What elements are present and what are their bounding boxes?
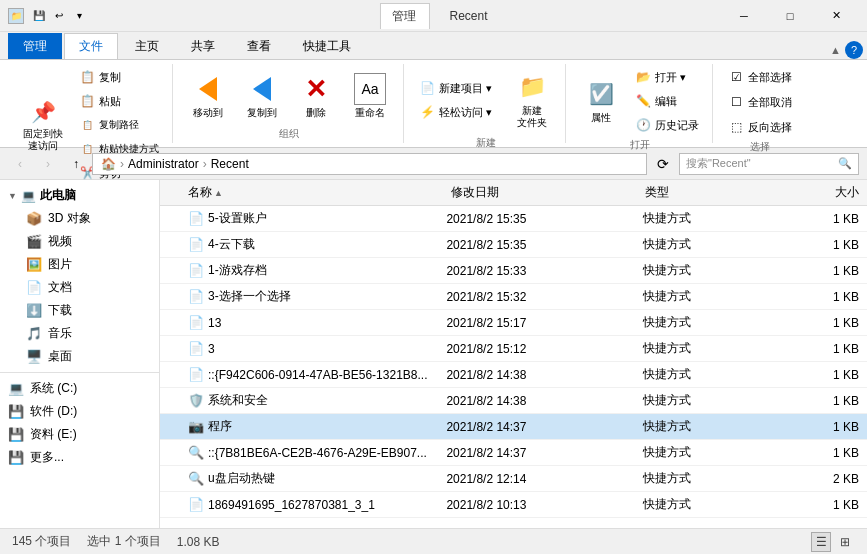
sidebar-drive-e-label: 资料 (E:) bbox=[30, 426, 77, 443]
invert-selection-button[interactable]: ⬚ 反向选择 bbox=[723, 116, 797, 138]
table-row[interactable]: 📄 1869491695_1627870381_3_1 2021/8/2 10:… bbox=[160, 492, 867, 518]
tab-home[interactable]: 主页 bbox=[120, 33, 174, 59]
sidebar-desktop-label: 桌面 bbox=[48, 348, 72, 365]
col-date-header[interactable]: 修改日期 bbox=[443, 180, 637, 205]
new-item-button[interactable]: 📄 新建项目 ▾ bbox=[414, 77, 497, 99]
home-icon: 🏠 bbox=[101, 157, 116, 171]
qa-dropdown-btn[interactable]: ▾ bbox=[70, 7, 88, 25]
sidebar-item-drive-c[interactable]: 💻 系统 (C:) bbox=[0, 377, 159, 400]
manage-tab-title[interactable]: 管理 bbox=[379, 3, 429, 29]
sidebar-item-downloads[interactable]: ⬇️ 下载 bbox=[0, 299, 159, 322]
move-to-button[interactable]: 移动到 bbox=[183, 68, 233, 124]
history-button[interactable]: 🕐 历史记录 bbox=[630, 114, 704, 136]
file-size: 1 KB bbox=[833, 238, 859, 252]
col-type-header[interactable]: 类型 bbox=[637, 180, 772, 205]
sidebar-item-drive-e[interactable]: 💾 资料 (E:) bbox=[0, 423, 159, 446]
ribbon-group-clipboard: 📌 固定到快速访问 📋 复制 📋 粘贴 📋 复制路径 📋 粘 bbox=[8, 64, 173, 143]
properties-button[interactable]: ☑️ 属性 bbox=[576, 73, 626, 129]
file-size-cell: 1 KB bbox=[771, 390, 867, 412]
easy-access-button[interactable]: ⚡ 轻松访问 ▾ bbox=[414, 101, 497, 123]
close-button[interactable]: ✕ bbox=[813, 0, 859, 32]
table-row[interactable]: 📄 ::{F942C606-0914-47AB-BE56-1321B8... 2… bbox=[160, 362, 867, 388]
table-row[interactable]: 📄 5-设置账户 2021/8/2 15:35 快捷方式 1 KB bbox=[160, 206, 867, 232]
refresh-button[interactable]: ⟳ bbox=[651, 152, 675, 176]
col-size-header[interactable]: 大小 bbox=[772, 180, 867, 205]
open-button[interactable]: 📂 打开 ▾ bbox=[630, 66, 704, 88]
file-list-container[interactable]: 名称 ▲ 修改日期 类型 大小 bbox=[160, 180, 867, 528]
file-name-cell: 🔍 ::{7B81BE6A-CE2B-4676-A29E-EB907... bbox=[180, 442, 438, 464]
sidebar-item-music[interactable]: 🎵 音乐 bbox=[0, 322, 159, 345]
file-size: 1 KB bbox=[833, 212, 859, 226]
table-row[interactable]: 📄 3 2021/8/2 15:12 快捷方式 1 KB bbox=[160, 336, 867, 362]
large-icon-view-button[interactable]: ⊞ bbox=[835, 532, 855, 552]
table-row[interactable]: 🔍 ::{7B81BE6A-CE2B-4676-A29E-EB907... 20… bbox=[160, 440, 867, 466]
tab-share[interactable]: 共享 bbox=[176, 33, 230, 59]
table-row[interactable]: 📄 13 2021/8/2 15:17 快捷方式 1 KB bbox=[160, 310, 867, 336]
tab-view[interactable]: 查看 bbox=[232, 33, 286, 59]
table-row[interactable]: 🔍 u盘启动热键 2021/8/2 12:14 快捷方式 2 KB bbox=[160, 466, 867, 492]
file-size: 1 KB bbox=[833, 498, 859, 512]
qa-save-btn[interactable]: 💾 bbox=[30, 7, 48, 25]
table-row[interactable]: 📷 程序 2021/8/2 14:37 快捷方式 1 KB bbox=[160, 414, 867, 440]
select-all-button[interactable]: ☑ 全部选择 bbox=[723, 66, 797, 88]
sidebar-item-3d[interactable]: 📦 3D 对象 bbox=[0, 207, 159, 230]
delete-button[interactable]: ✕ 删除 bbox=[291, 68, 341, 124]
tab-tools[interactable]: 快捷工具 bbox=[288, 33, 366, 59]
copy-button[interactable]: 📋 复制 bbox=[74, 66, 164, 88]
sidebar-item-drive-d[interactable]: 💾 软件 (D:) bbox=[0, 400, 159, 423]
rename-button[interactable]: Aa 重命名 bbox=[345, 68, 395, 124]
sidebar-item-documents[interactable]: 📄 文档 bbox=[0, 276, 159, 299]
file-date-cell: 2021/8/2 15:35 bbox=[438, 234, 634, 256]
minimize-button[interactable]: ─ bbox=[721, 0, 767, 32]
tab-manage[interactable]: 管理 bbox=[8, 33, 62, 59]
path-recent[interactable]: Recent bbox=[211, 157, 249, 171]
sidebar-item-desktop[interactable]: 🖥️ 桌面 bbox=[0, 345, 159, 368]
copy-to-button[interactable]: 复制到 bbox=[237, 68, 287, 124]
tab-file[interactable]: 文件 bbox=[64, 33, 118, 59]
file-size: 1 KB bbox=[833, 264, 859, 278]
file-date: 2021/8/2 14:37 bbox=[446, 446, 526, 460]
sidebar-this-pc[interactable]: ▼ 💻 此电脑 bbox=[0, 184, 159, 207]
pin-to-quick-access-button[interactable]: 📌 固定到快速访问 bbox=[16, 93, 70, 157]
edit-button[interactable]: ✏️ 编辑 bbox=[630, 90, 704, 112]
qa-undo-btn[interactable]: ↩ bbox=[50, 7, 68, 25]
file-size-cell: 1 KB bbox=[771, 364, 867, 386]
sidebar-drive-more-icon: 💾 bbox=[8, 450, 24, 466]
table-row[interactable]: 🛡️ 系统和安全 2021/8/2 14:38 快捷方式 1 KB bbox=[160, 388, 867, 414]
file-type: 快捷方式 bbox=[643, 471, 691, 485]
sidebar-pictures-icon: 🖼️ bbox=[26, 257, 42, 273]
copy-path-button[interactable]: 📋 复制路径 bbox=[74, 114, 164, 136]
file-size: 1 KB bbox=[833, 316, 859, 330]
address-path[interactable]: 🏠 › Administrator › Recent bbox=[92, 153, 647, 175]
ribbon-collapse-btn[interactable]: ▲ bbox=[830, 44, 841, 56]
main-area: ▼ 💻 此电脑 📦 3D 对象 🎬 视频 🖼️ 图片 📄 文档 ⬇️ 下载 bbox=[0, 180, 867, 528]
table-row[interactable]: 📄 3-选择一个选择 2021/8/2 15:32 快捷方式 1 KB bbox=[160, 284, 867, 310]
maximize-button[interactable]: □ bbox=[767, 0, 813, 32]
ribbon-group-organize: 移动到 复制到 ✕ 删除 Aa 重命名 组织 bbox=[175, 64, 404, 143]
file-size-cell: 1 KB bbox=[771, 442, 867, 464]
new-item-icon: 📄 bbox=[419, 80, 435, 96]
details-view-button[interactable]: ☰ bbox=[811, 532, 831, 552]
up-button[interactable]: ↑ bbox=[64, 152, 88, 176]
new-group-label: 新建 bbox=[476, 134, 496, 150]
file-date-cell: 2021/8/2 14:38 bbox=[438, 364, 634, 386]
back-button[interactable]: ‹ bbox=[8, 152, 32, 176]
table-row[interactable]: 📄 1-游戏存档 2021/8/2 15:33 快捷方式 1 KB bbox=[160, 258, 867, 284]
window-title: Recent bbox=[449, 9, 487, 23]
paste-button[interactable]: 📋 粘贴 bbox=[74, 90, 164, 112]
help-button[interactable]: ? bbox=[845, 41, 863, 59]
path-administrator[interactable]: Administrator bbox=[128, 157, 199, 171]
file-name-cell: 📄 3 bbox=[180, 338, 438, 360]
search-box[interactable]: 搜索"Recent" 🔍 bbox=[679, 153, 859, 175]
table-row[interactable]: 📄 4-云下载 2021/8/2 15:35 快捷方式 1 KB bbox=[160, 232, 867, 258]
col-name-header[interactable]: 名称 ▲ bbox=[180, 180, 443, 205]
file-date: 2021/8/2 14:38 bbox=[446, 394, 526, 408]
sidebar-item-video[interactable]: 🎬 视频 bbox=[0, 230, 159, 253]
title-center: 管理 Recent bbox=[379, 3, 487, 29]
select-none-button[interactable]: ☐ 全部取消 bbox=[723, 91, 797, 113]
pin-icon: 📌 bbox=[29, 98, 57, 126]
forward-button[interactable]: › bbox=[36, 152, 60, 176]
new-folder-button[interactable]: 📁 新建文件夹 bbox=[507, 66, 557, 134]
sidebar-item-pictures[interactable]: 🖼️ 图片 bbox=[0, 253, 159, 276]
sidebar-item-drive-more[interactable]: 💾 更多... bbox=[0, 446, 159, 469]
